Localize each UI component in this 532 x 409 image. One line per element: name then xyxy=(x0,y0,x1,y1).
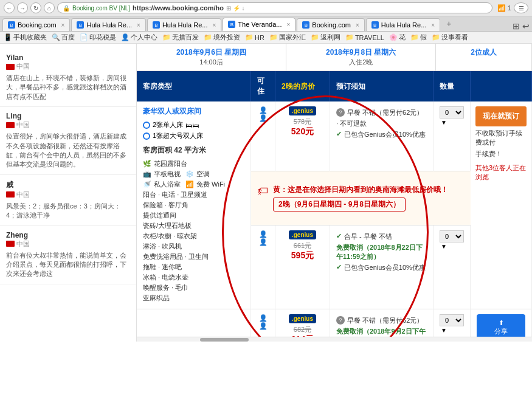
bookmark-tax[interactable]: 📄 印花税是 xyxy=(80,33,116,42)
price-value-1: 520元 xyxy=(291,126,314,136)
refresh-button[interactable]: ↻ xyxy=(30,2,41,13)
tab-veranda[interactable]: B The Veranda... × xyxy=(223,18,295,31)
reviewer-country: 中国 xyxy=(6,62,130,71)
reviewer-country: 中国 xyxy=(6,120,130,129)
scrollbar[interactable] xyxy=(137,337,532,342)
bookmark-flower[interactable]: 🌸 花 xyxy=(389,33,406,42)
tab-close-5[interactable]: × xyxy=(356,22,359,29)
amenity-misc6: 淋浴 · 吹风机 xyxy=(143,242,244,251)
tv-icon: 📺 xyxy=(143,170,151,178)
bookmark-personal[interactable]: 👤 个人中心 xyxy=(121,33,157,42)
amenity-tv: 📺 平板电视 ❄️ 空调 xyxy=(143,170,244,179)
amenity-misc9: 冰箱 · 电烧水壶 xyxy=(143,273,244,282)
check-icon-3: ✔ xyxy=(336,263,342,271)
bookmark-misc[interactable]: 📁 没事看看 xyxy=(432,33,468,42)
address-bar[interactable]: 🔒 Booking.com BV [NL] https://www.bookin… xyxy=(57,2,492,13)
amenity-misc9-text: 冰箱 · 电烧水壶 xyxy=(143,273,188,282)
tab-hula1[interactable]: B Hula Hula Re... × xyxy=(71,18,145,31)
bookmark-baifa[interactable]: 📁 无措百发 xyxy=(162,33,199,42)
home-button[interactable]: ⌂ xyxy=(44,2,55,13)
ac-icon: ❄️ xyxy=(185,170,194,178)
info-text-7: 早餐 不错（需另付62元） xyxy=(347,316,423,325)
amenity-misc1-text: 阳台 · 电话 · 卫星频道 xyxy=(143,190,207,199)
bookmark-holiday[interactable]: 📁 假 xyxy=(410,33,427,42)
dropdown-arrow-2: ▼ xyxy=(441,243,447,250)
review-item: Ling 中国 位置很好，房间够大很舒适，酒店新建成不久各项设施都很新，还然还有… xyxy=(0,107,136,175)
price-cell-1: .genius 578元 520元 xyxy=(275,101,330,171)
review-item: Yilan 中国 酒店在山上，环境不错，装修新，房间很大，早餐品种不多，感觉跟这… xyxy=(0,49,136,107)
price-value-3: 614元 xyxy=(291,334,314,337)
tab-hula3[interactable]: B Hula Hula Re... × xyxy=(366,18,440,31)
flag-icon xyxy=(6,122,15,128)
tab-close-1[interactable]: × xyxy=(61,22,65,29)
qty-cell-2: 0123 ▼ xyxy=(434,225,471,309)
bookmark-baidu[interactable]: 🔍 百度 xyxy=(52,33,75,42)
bookmark-cashback[interactable]: 📁 返利网 xyxy=(311,33,340,42)
bed-option-1[interactable]: 2张单人床 🛏🛏 xyxy=(143,120,244,129)
tab-favicon-1: B xyxy=(8,21,15,29)
tab-booking2[interactable]: B Booking.com × xyxy=(297,18,364,31)
share-button[interactable]: ⬆ 分享 xyxy=(477,314,525,337)
tab-favicon-3: B xyxy=(153,21,160,29)
price-cell-2: .genius 661元 595元 xyxy=(275,225,330,309)
table-container[interactable]: 客房类型 可住 2晚的房价 预订须知 数量 豪华双人或双床间 xyxy=(137,71,532,337)
dates-header: 2018年9月6日 星期四 14:00后 2018年9月8日 星期六 入住2晚 … xyxy=(137,44,532,71)
capacity-cell-2: 👤👤 xyxy=(251,225,275,309)
tab-booking1[interactable]: B Booking.com × xyxy=(2,18,70,31)
tab-dropdown[interactable]: ⊞ xyxy=(513,21,520,31)
col-capacity: 可住 xyxy=(251,71,275,101)
forward-button[interactable]: → xyxy=(17,2,28,13)
amenity-misc3-text: 提供连通间 xyxy=(143,211,176,220)
tag-icon: 🏷 xyxy=(257,185,268,198)
bookmark-travel[interactable]: 📁 TRAVELL xyxy=(345,33,384,41)
checkin-col: 2018年9月6日 星期四 14:00后 xyxy=(137,44,286,70)
bookmark-invest[interactable]: 📁 境外投资 xyxy=(204,33,240,42)
menu-button[interactable]: ☰ xyxy=(514,2,528,13)
share-icon: ⬆ xyxy=(499,319,504,327)
tab-undo[interactable]: ↩ xyxy=(522,21,530,31)
action-cell: 现在就预订 不收取预订手续费或付 手续费！ 其他3位客人正在浏览 xyxy=(471,101,532,309)
booking-panel: 2018年9月6日 星期四 14:00后 2018年9月8日 星期六 入住2晚 … xyxy=(137,44,532,342)
book-now-button[interactable]: 现在就预订 xyxy=(475,106,527,126)
qty-select-3[interactable]: 0123 xyxy=(440,314,464,326)
info-item-5: 免费取消（2018年8月22日下午11:59之前） xyxy=(336,243,427,261)
qty-select-2[interactable]: 0123 xyxy=(440,230,464,242)
amenity-misc7-text: 免费洗浴用品 · 卫生间 xyxy=(143,252,209,261)
price-main-1: 520元 xyxy=(282,126,323,137)
wifi-amenity-icon: 📶 xyxy=(185,180,194,188)
original-price-3: 682元 xyxy=(282,325,323,334)
info-item-6: ✔ 已包含Genius会员10%优惠 xyxy=(336,263,427,272)
bookmark-phone[interactable]: 📱 手机收藏夹 xyxy=(4,33,47,42)
reviews-panel: Yilan 中国 酒店在山上，环境不错，装修新，房间很大，早餐品种不多，感觉跟这… xyxy=(0,44,137,342)
tab-close-4[interactable]: × xyxy=(286,21,290,28)
back-button[interactable]: ← xyxy=(4,2,15,13)
amenity-misc3: 提供连通间 xyxy=(143,211,244,220)
check-icon-1: ✔ xyxy=(336,130,342,138)
main-content: Yilan 中国 酒店在山上，环境不错，装修新，房间很大，早餐品种不多，感觉跟这… xyxy=(0,44,532,342)
notice-dates: 2晚（9月6日星期四 - 9月8日星期六） xyxy=(273,198,406,211)
bed-options: 2张单人床 🛏🛏 1张超大号双人床 xyxy=(143,120,244,140)
tab-close-3[interactable]: × xyxy=(212,22,216,29)
amenity-garden-text: 花园露阳台 xyxy=(154,159,187,168)
bookmark-forex[interactable]: 📁 国家外汇 xyxy=(269,33,306,42)
room-name[interactable]: 豪华双人或双床间 xyxy=(143,106,244,117)
tab-close-2[interactable]: × xyxy=(137,22,140,29)
reviewer-country: 中国 xyxy=(6,190,130,199)
person-icons-2: 👤👤 xyxy=(259,230,268,246)
bed-label-1: 2张单人床 xyxy=(153,120,183,129)
tab-favicon-5: B xyxy=(302,21,309,29)
qty-select-1[interactable]: 0123 xyxy=(440,106,464,119)
amenity-wifi-text: 免费 WiFi xyxy=(196,180,225,189)
scrollbar-thumb[interactable] xyxy=(200,338,249,342)
info-text-1: 早餐 不错（需另付62元） xyxy=(347,108,423,117)
viewing-text: 其他3位客人正在浏览 xyxy=(475,163,527,182)
bookmark-hr[interactable]: 📁 HR xyxy=(245,33,264,41)
new-tab-button[interactable]: + xyxy=(441,16,456,31)
genius-badge-1: .genius xyxy=(289,106,316,115)
review-text: 前台有位大叔非常热情，能说简单文，会介绍景点，每天见面都很情的打招呼，下次来还会… xyxy=(6,251,130,279)
tab-close-6[interactable]: × xyxy=(431,22,435,29)
amenity-misc10: 唤醒服务 · 毛巾 xyxy=(143,283,244,292)
bed-option-2[interactable]: 1张超大号双人床 xyxy=(143,131,244,140)
tab-hula2[interactable]: B Hula Hula Re... × xyxy=(147,18,221,31)
info-item-7: ? 早餐 不错（需另付62元） xyxy=(336,316,427,325)
